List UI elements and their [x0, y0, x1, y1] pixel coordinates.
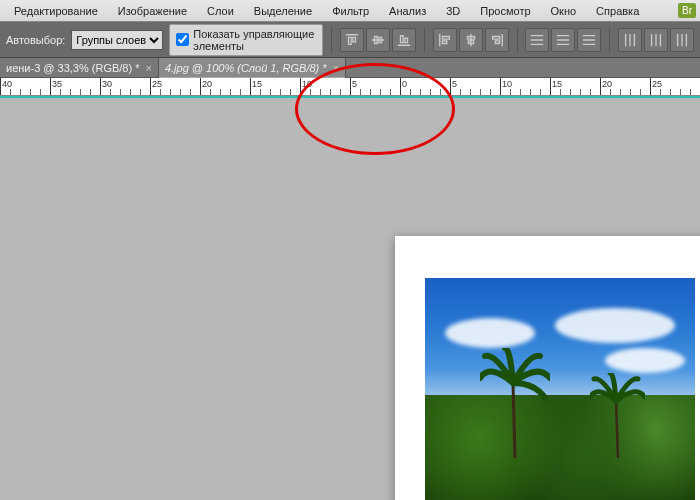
align-group-2: [433, 28, 509, 52]
document-canvas[interactable]: [395, 236, 700, 500]
separator: [424, 28, 425, 52]
close-icon[interactable]: ×: [333, 62, 339, 74]
ruler-label: 15: [252, 79, 262, 89]
separator: [331, 28, 332, 52]
ruler-label: 5: [352, 79, 357, 89]
align-left-icon[interactable]: [433, 28, 457, 52]
ruler-label: 30: [102, 79, 112, 89]
auto-select-label: Автовыбор:: [6, 34, 65, 46]
ruler-label: 35: [52, 79, 62, 89]
document-tab-label: 4.jpg @ 100% (Слой 1, RGB/8) *: [165, 62, 327, 74]
show-transform-checkbox[interactable]: Показать управляющие элементы: [169, 24, 323, 56]
distribute-vcenter-icon[interactable]: [551, 28, 575, 52]
ruler-label: 25: [652, 79, 662, 89]
align-bottom-icon[interactable]: [392, 28, 416, 52]
menu-layers[interactable]: Слои: [197, 2, 244, 20]
menu-bar: Редактирование Изображение Слои Выделени…: [0, 0, 700, 22]
ruler-label: 10: [302, 79, 312, 89]
ruler-label: 0: [402, 79, 407, 89]
align-group-1: [340, 28, 416, 52]
distribute-bottom-icon[interactable]: [577, 28, 601, 52]
image-content: [425, 278, 695, 500]
menu-3d[interactable]: 3D: [436, 2, 470, 20]
canvas-top-edge: [0, 96, 700, 98]
menu-analysis[interactable]: Анализ: [379, 2, 436, 20]
options-bar: Автовыбор: Группы слоев Показать управля…: [0, 22, 700, 58]
distribute-group-1: [525, 28, 601, 52]
distribute-hcenter-icon[interactable]: [644, 28, 668, 52]
distribute-group-2: [618, 28, 694, 52]
menu-image[interactable]: Изображение: [108, 2, 197, 20]
menu-select[interactable]: Выделение: [244, 2, 322, 20]
close-icon[interactable]: ×: [145, 62, 151, 74]
align-hcenter-icon[interactable]: [459, 28, 483, 52]
distribute-left-icon[interactable]: [618, 28, 642, 52]
foliage: [425, 395, 695, 500]
show-transform-input[interactable]: [176, 33, 189, 46]
menu-filter[interactable]: Фильтр: [322, 2, 379, 20]
document-tab-2[interactable]: 4.jpg @ 100% (Слой 1, RGB/8) * ×: [159, 58, 346, 77]
align-top-icon[interactable]: [340, 28, 364, 52]
ruler-label: 40: [2, 79, 12, 89]
show-transform-label: Показать управляющие элементы: [193, 28, 316, 52]
align-right-icon[interactable]: [485, 28, 509, 52]
palm-tree: [480, 348, 550, 458]
ruler-label: 20: [602, 79, 612, 89]
cloud: [605, 348, 685, 373]
auto-select-dropdown[interactable]: Группы слоев: [71, 30, 163, 50]
document-tab-label: иени-3 @ 33,3% (RGB/8) *: [6, 62, 139, 74]
document-tab-1[interactable]: иени-3 @ 33,3% (RGB/8) * ×: [0, 58, 159, 77]
palm-tree: [590, 373, 645, 458]
ruler-label: 20: [202, 79, 212, 89]
separator: [609, 28, 610, 52]
ruler-label: 15: [552, 79, 562, 89]
bridge-button[interactable]: Br: [678, 3, 696, 18]
document-tab-bar: иени-3 @ 33,3% (RGB/8) * × 4.jpg @ 100% …: [0, 58, 700, 78]
distribute-top-icon[interactable]: [525, 28, 549, 52]
menu-window[interactable]: Окно: [541, 2, 587, 20]
ruler-label: 10: [502, 79, 512, 89]
distribute-right-icon[interactable]: [670, 28, 694, 52]
cloud: [555, 308, 675, 343]
menu-help[interactable]: Справка: [586, 2, 649, 20]
align-vcenter-icon[interactable]: [366, 28, 390, 52]
horizontal-ruler[interactable]: 403530252015105051015202530: [0, 78, 700, 96]
canvas-area[interactable]: [0, 96, 700, 500]
menu-edit[interactable]: Редактирование: [4, 2, 108, 20]
menu-view[interactable]: Просмотр: [470, 2, 540, 20]
separator: [517, 28, 518, 52]
ruler-label: 5: [452, 79, 457, 89]
ruler-label: 25: [152, 79, 162, 89]
cloud: [445, 318, 535, 348]
